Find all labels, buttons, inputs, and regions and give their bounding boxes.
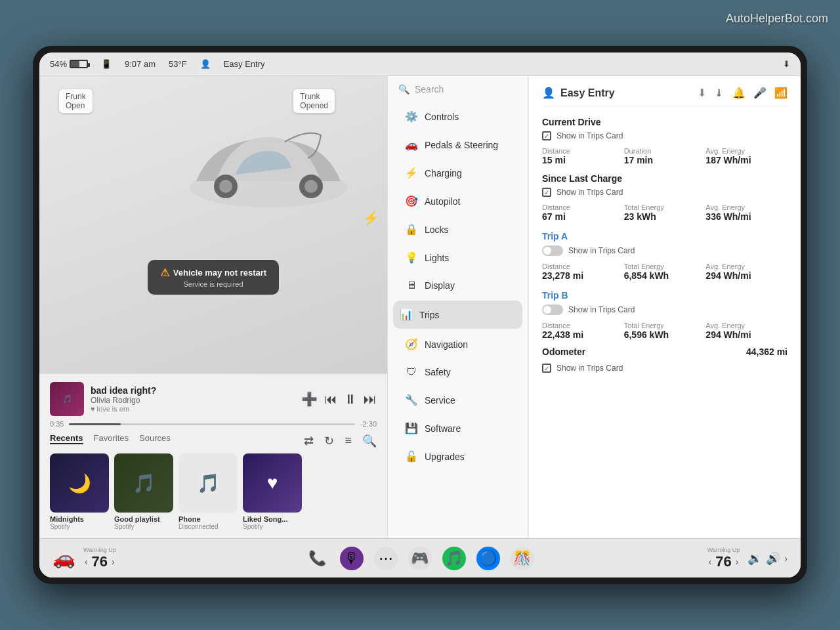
phone-app[interactable]: 📞 (306, 547, 329, 570)
right-temp-up[interactable]: › (736, 556, 739, 567)
sidebar-item-pedals[interactable]: 🚗 Pedals & Steering (388, 131, 528, 159)
volume-up-icon[interactable]: 🔊 (766, 551, 780, 566)
left-temp-down[interactable]: ‹ (85, 556, 88, 567)
energy-value: 187 Wh/mi (705, 155, 788, 165)
progress-track[interactable] (69, 423, 355, 425)
car-icon[interactable]: 🚗 (52, 547, 75, 569)
sidebar-item-navigation[interactable]: 🧭 Navigation (388, 330, 528, 358)
bluetooth-app[interactable]: 🔵 (476, 547, 500, 570)
menu-label-service: Service (425, 395, 455, 406)
odometer-value: 44,362 mi (746, 346, 788, 357)
svg-point-2 (219, 180, 232, 193)
download-header-icon[interactable]: ⬇ (698, 87, 706, 99)
sidebar-item-autopilot[interactable]: 🎯 Autopilot (388, 187, 528, 215)
right-temp-down[interactable]: ‹ (709, 556, 712, 567)
chevron-right-icon[interactable]: › (784, 553, 788, 564)
distance-label: Distance (542, 147, 624, 155)
trip-b-toggle[interactable] (542, 304, 563, 315)
drive-mode: Easy Entry (224, 59, 265, 69)
distance-value: 15 mi (542, 155, 624, 165)
status-center: 9:07 am 53°F 👤 Easy Entry (125, 59, 264, 69)
tab-recents[interactable]: Recents (50, 433, 83, 444)
controls-icon: ⚙️ (405, 110, 418, 123)
sidebar-item-software[interactable]: 💾 Software (388, 414, 528, 442)
siri-app[interactable]: 🎙 (340, 547, 364, 570)
signal-icon: 📶 (774, 87, 788, 99)
trips-icon: 📊 (400, 308, 413, 321)
list-item[interactable]: 🌙 Midnights Spotify (50, 453, 109, 530)
current-drive-title: Current Drive (542, 117, 788, 127)
menu-label-trips: Trips (419, 310, 440, 320)
current-drive-checkbox[interactable]: ✓ (542, 131, 551, 140)
sidebar-item-display[interactable]: 🖥 Display (388, 272, 528, 299)
mic-icon[interactable]: 🎤 (753, 87, 766, 99)
menu-label-autopilot: Autopilot (425, 196, 460, 207)
volume-down-icon[interactable]: 🔉 (747, 551, 762, 566)
trip-b-show-label: Show in Trips Card (568, 305, 635, 314)
bell-icon[interactable]: 🔔 (732, 87, 746, 99)
sidebar-item-lights[interactable]: 💡 Lights (388, 243, 528, 272)
trip-b-stats: Distance 22,438 mi Total Energy 6,596 kW… (542, 322, 788, 340)
right-temp-value: 76 (715, 553, 731, 570)
tablet-frame: 54% 📱 9:07 am 53°F 👤 Easy Entry ⬇ (33, 46, 807, 584)
search-label: Search (415, 84, 444, 94)
add-button[interactable]: ➕ (301, 391, 318, 407)
track-name: bad idea right? (91, 385, 295, 396)
download-icon: ⬇ (783, 59, 790, 69)
tab-sources[interactable]: Sources (139, 433, 171, 444)
panel-title-text: Easy Entry (560, 87, 615, 99)
tab-favorites[interactable]: Favorites (94, 433, 129, 444)
menu-label-safety: Safety (425, 367, 451, 377)
list-item[interactable]: 🎵 Phone Disconnected (178, 453, 238, 530)
track-artist: Olivia Rodrigo (91, 396, 295, 405)
sidebar-item-controls[interactable]: ⚙️ Controls (388, 102, 528, 131)
trip-a-toggle[interactable] (542, 245, 563, 256)
game-app[interactable]: 🎮 (408, 547, 432, 570)
menu-search[interactable]: 🔍 Search (388, 76, 528, 102)
climate-icon[interactable]: 🌡 (714, 87, 724, 99)
temperature-outside: 53°F (169, 59, 187, 69)
search-music-icon[interactable]: 🔍 (362, 434, 377, 448)
sidebar-item-trips[interactable]: 📊 Trips (393, 301, 522, 329)
trip-b-energy: Total Energy 6,596 kWh (624, 322, 706, 340)
frunk-status: Open (66, 101, 86, 110)
search-icon: 🔍 (398, 84, 410, 94)
next-button[interactable]: ⏭ (364, 392, 377, 407)
trip-b-title: Trip B (542, 290, 788, 301)
sidebar-item-charging[interactable]: ⚡ Charging (388, 159, 528, 187)
sidebar-item-service[interactable]: 🔧 Service (388, 386, 528, 414)
trip-a-show-label: Show in Trips Card (568, 246, 635, 255)
playback-controls[interactable]: ➕ ⏮ ⏸ ⏭ (301, 391, 377, 407)
since-charge-checkbox[interactable]: ✓ (542, 188, 551, 197)
progress-fill (69, 423, 120, 425)
track-sub: ♥ love is em (91, 405, 295, 413)
repeat-icon[interactable]: ↻ (324, 434, 334, 448)
shuffle-icon[interactable]: ⇄ (304, 434, 314, 448)
warning-title: Vehicle may not restart (173, 268, 266, 278)
sidebar-item-upgrades[interactable]: 🔓 Upgrades (388, 442, 528, 471)
current-drive-show-label: Show in Trips Card (556, 131, 623, 140)
spotify-app[interactable]: 🎵 (442, 547, 466, 570)
battery-status: 54% (50, 59, 88, 69)
more-app[interactable]: ⋯ (374, 547, 398, 570)
odometer-checkbox[interactable]: ✓ (542, 364, 551, 373)
left-temp-value: 76 (92, 553, 108, 570)
status-bar: 54% 📱 9:07 am 53°F 👤 Easy Entry ⬇ (39, 52, 801, 76)
list-item[interactable]: ♥ Liked Song... Spotify (243, 453, 302, 530)
prev-button[interactable]: ⏮ (324, 392, 337, 407)
car-illustration (177, 96, 360, 227)
left-temp-up[interactable]: › (112, 556, 115, 567)
menu-label-navigation: Navigation (425, 339, 468, 350)
equalizer-icon[interactable]: ≡ (345, 434, 352, 448)
sidebar-item-safety[interactable]: 🛡 Safety (388, 358, 528, 386)
display-icon: 🖥 (405, 280, 418, 291)
odometer-label: Odometer (542, 346, 585, 357)
since-distance: Distance 67 mi (542, 203, 624, 222)
sidebar-item-locks[interactable]: 🔒 Locks (388, 215, 528, 243)
music-grid: 🌙 Midnights Spotify 🎵 Good playlist Spot… (50, 448, 377, 533)
warning-subtitle: Service is required (159, 280, 267, 288)
celebrate-app[interactable]: 🎊 (511, 547, 534, 570)
list-item[interactable]: 🎵 Good playlist Spotify (114, 453, 173, 530)
left-panel: Frunk Open Trunk Opened (39, 76, 387, 538)
play-pause-button[interactable]: ⏸ (344, 392, 357, 407)
